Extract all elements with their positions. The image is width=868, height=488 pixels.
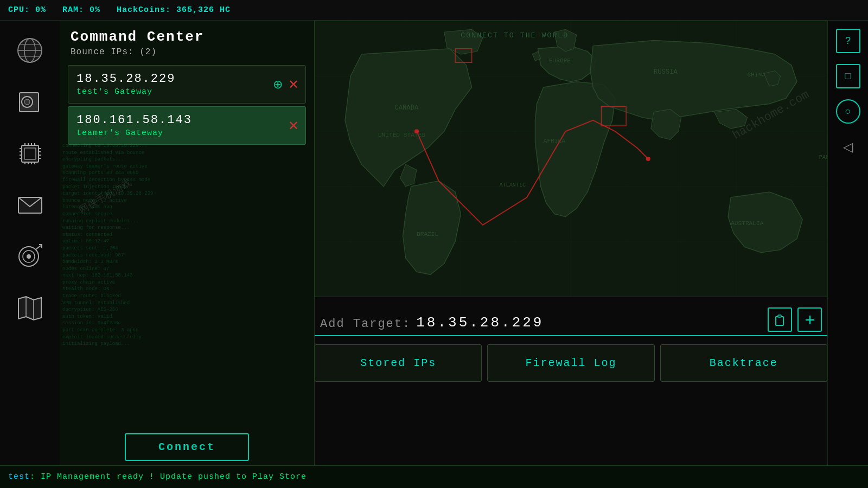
- command-center-title: Command Center: [71, 29, 303, 45]
- status-text: test: IP Management ready ! Update pushe…: [8, 472, 307, 481]
- svg-line-30: [36, 246, 41, 249]
- svg-marker-33: [18, 297, 41, 320]
- mail-icon: [15, 190, 45, 220]
- ip-label-2: teamer's Gateway: [76, 129, 297, 138]
- target-ip-input[interactable]: [416, 314, 762, 335]
- add-target-button[interactable]: [797, 307, 822, 332]
- globe-icon: [15, 36, 45, 66]
- firewall-log-button[interactable]: Firewall Log: [487, 344, 654, 382]
- plus-icon: [804, 314, 816, 326]
- map-icon: [15, 293, 45, 323]
- ip-entry-1[interactable]: 18.35.28.229 test's Gateway ⊕ ✕: [68, 65, 306, 104]
- svg-text:CANADA: CANADA: [394, 104, 419, 112]
- backtrace-button[interactable]: Backtrace: [660, 344, 827, 382]
- svg-rect-65: [776, 317, 783, 325]
- server-icon: [15, 87, 45, 117]
- clipboard-button[interactable]: [768, 307, 792, 332]
- world-map-svg: CANADA UNITED STATES EUROPE RUSSIA CHINA…: [315, 21, 827, 297]
- svg-text:EUROPE: EUROPE: [549, 57, 571, 64]
- clipboard-icon: [774, 314, 786, 326]
- map-area: CANADA UNITED STATES EUROPE RUSSIA CHINA…: [315, 21, 827, 297]
- svg-text:ATLANTIC: ATLANTIC: [499, 182, 526, 188]
- ip-actions-1: ⊕ ✕: [273, 78, 299, 91]
- status-user: test: [8, 472, 30, 481]
- svg-text:UNITED STATES: UNITED STATES: [378, 132, 425, 138]
- right-sidebar: ? □ ○ ◁: [827, 21, 868, 488]
- target-icon: [15, 242, 45, 272]
- hackcoins-status: HackCoins: 365,326 HC: [117, 5, 231, 15]
- sidebar-item-mail[interactable]: [5, 181, 54, 229]
- svg-text:PACIFIC: PACIFIC: [819, 155, 827, 160]
- square-button[interactable]: □: [836, 64, 860, 88]
- bottom-status: test: IP Management ready ! Update pushe…: [0, 465, 868, 488]
- cpu-status: CPU: 0%: [8, 5, 46, 15]
- svg-text:CHINA: CHINA: [748, 72, 766, 78]
- back-button[interactable]: ◁: [836, 134, 860, 159]
- terminal-background: connecting to 18.35.28.229... route esta…: [60, 140, 314, 401]
- stored-ips-button[interactable]: Stored IPs: [315, 344, 482, 382]
- ip-label-1: test's Gateway: [76, 87, 297, 97]
- sidebar-item-missions[interactable]: [5, 232, 54, 281]
- svg-text:CONNECT TO THE WORLD: CONNECT TO THE WORLD: [461, 31, 569, 40]
- svg-point-7: [24, 99, 30, 105]
- help-button[interactable]: ?: [836, 29, 860, 53]
- svg-text:AUSTRALIA: AUSTRALIA: [731, 220, 764, 227]
- ip-address-2: 180.161.58.143: [76, 113, 297, 127]
- target-button-1[interactable]: ⊕: [273, 79, 283, 91]
- main-panel: Command Center Bounce IPs: (2) 18.35.28.…: [60, 21, 315, 488]
- status-message: : IP Management ready ! Update pushed to…: [30, 472, 307, 481]
- sidebar: [0, 21, 60, 488]
- remove-button-1[interactable]: ✕: [288, 78, 299, 91]
- bottom-buttons: Stored IPs Firewall Log Backtrace: [315, 344, 827, 382]
- cpu-icon: [15, 139, 45, 169]
- bounce-ips-count: Bounce IPs: (2): [71, 47, 303, 57]
- svg-text:BRAZIL: BRAZIL: [417, 231, 438, 237]
- sidebar-item-map[interactable]: [5, 284, 54, 332]
- ip-address-1: 18.35.28.229: [76, 72, 297, 86]
- connect-button[interactable]: Connect: [125, 433, 249, 461]
- svg-point-53: [646, 157, 650, 161]
- target-label: Add Target:: [320, 317, 411, 335]
- svg-text:RUSSIA: RUSSIA: [654, 68, 678, 76]
- sidebar-item-cpu[interactable]: [5, 129, 54, 178]
- target-area: Add Target:: [315, 301, 827, 336]
- svg-rect-66: [778, 315, 781, 317]
- svg-rect-9: [24, 148, 36, 159]
- ram-status: RAM: 0%: [62, 5, 100, 15]
- svg-text:AFRICA: AFRICA: [544, 138, 565, 144]
- circle-button[interactable]: ○: [836, 99, 860, 124]
- command-center-header: Command Center Bounce IPs: (2): [60, 21, 314, 62]
- sidebar-item-globe[interactable]: [5, 26, 54, 75]
- ip-entry-2[interactable]: 180.161.58.143 teamer's Gateway ✕: [68, 106, 306, 145]
- ip-actions-2: ✕: [288, 119, 299, 132]
- remove-button-2[interactable]: ✕: [288, 119, 299, 132]
- svg-point-29: [27, 254, 31, 259]
- status-bar: CPU: 0% RAM: 0% HackCoins: 365,326 HC: [0, 0, 868, 21]
- sidebar-item-server[interactable]: [5, 78, 54, 126]
- connect-area: Connect: [60, 433, 314, 461]
